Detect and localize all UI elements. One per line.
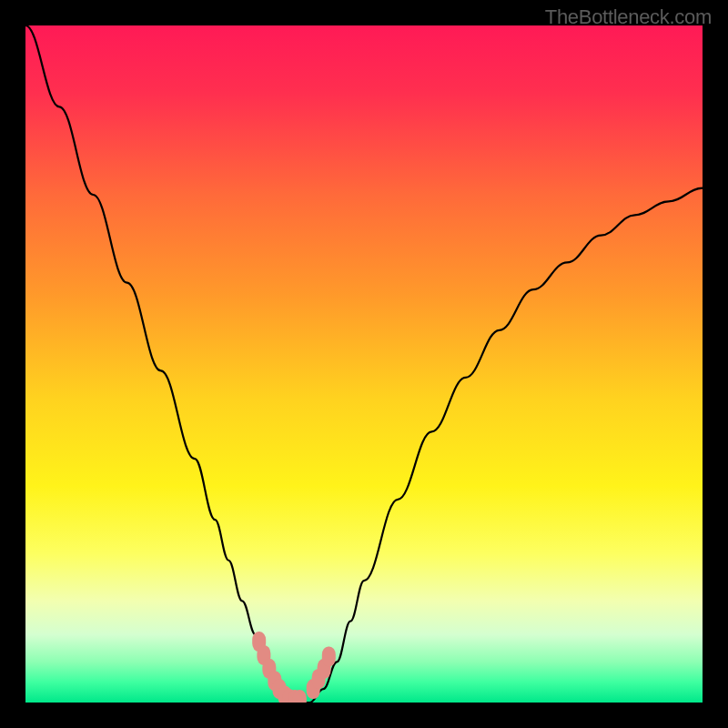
bottleneck-chart <box>25 25 703 703</box>
plot-area <box>25 25 703 703</box>
marker-point <box>322 646 336 666</box>
watermark-text: TheBottleneck.com <box>545 5 712 29</box>
gradient-background <box>25 25 703 703</box>
